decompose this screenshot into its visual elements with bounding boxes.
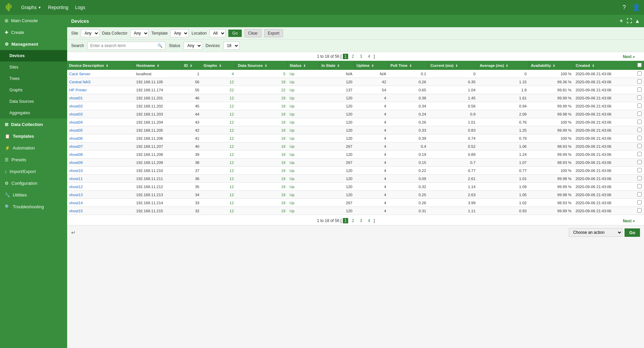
graph-count-link[interactable]: 4 [232, 72, 234, 76]
device-link[interactable]: vhost07 [69, 144, 83, 148]
graph-count-link[interactable]: 12 [230, 144, 234, 148]
row-checkbox[interactable] [637, 152, 642, 156]
sidebar-item-devices[interactable]: Devices [0, 50, 67, 61]
sidebar-item-import-export[interactable]: ↕ Import/Export [0, 166, 67, 177]
device-link[interactable]: vhost03 [69, 112, 83, 116]
device-link[interactable]: vhost09 [69, 161, 83, 165]
page-1-link[interactable]: 1 [343, 54, 349, 59]
add-device-icon[interactable]: ＋ [618, 17, 624, 25]
col-data-sources[interactable]: Data Sources ⇕ [236, 61, 287, 70]
nav-graphs[interactable]: Graphs ▼ [21, 5, 41, 10]
graph-count-link[interactable]: 12 [230, 169, 234, 173]
row-checkbox[interactable] [637, 79, 642, 84]
collapse-icon[interactable]: ▲ [635, 18, 640, 24]
graph-count-link[interactable]: 12 [230, 80, 234, 84]
col-id[interactable]: ID ⇕ [182, 61, 201, 70]
bottom-page-1-link[interactable]: 1 [343, 218, 349, 223]
search-input[interactable] [88, 42, 155, 49]
sidebar-item-configuration[interactable]: ⚙ Configuration [0, 177, 67, 189]
graph-count-link[interactable]: 12 [230, 104, 234, 108]
sidebar-item-sites[interactable]: Sites [0, 61, 67, 73]
graph-count-link[interactable]: 19 [281, 112, 285, 116]
col-current[interactable]: Current (ms) ⇕ [428, 61, 477, 70]
sidebar-item-troubleshooting[interactable]: 🔍 Troubleshooting [0, 201, 67, 213]
action-select[interactable]: Choose an action [569, 228, 623, 237]
device-link[interactable]: vhost10 [69, 169, 83, 173]
device-link[interactable]: vhost11 [69, 177, 83, 181]
page-2-link[interactable]: 2 [350, 54, 356, 59]
graph-count-link[interactable]: 12 [230, 209, 234, 213]
sidebar-section-management[interactable]: ⚙ Management [0, 38, 67, 50]
graph-count-link[interactable]: 19 [281, 80, 285, 84]
sidebar-item-automation[interactable]: ⚡ Automation [0, 142, 67, 154]
device-link[interactable]: vhost02 [69, 104, 83, 108]
fullscreen-icon[interactable]: ⛶ [627, 18, 632, 24]
sidebar-item-create[interactable]: ✚ Create [0, 27, 67, 38]
bottom-page-3-link[interactable]: 3 [358, 218, 364, 223]
row-checkbox[interactable] [637, 200, 642, 205]
user-icon[interactable]: 👤 [633, 4, 640, 11]
select-all-checkbox[interactable] [637, 63, 642, 67]
sidebar-item-data-sources[interactable]: Data Sources [0, 96, 67, 107]
bottom-page-4-link[interactable]: 4 [366, 218, 372, 223]
next-page-link[interactable]: Next » [621, 54, 637, 59]
row-checkbox[interactable] [637, 136, 642, 140]
row-checkbox[interactable] [637, 103, 642, 108]
col-status[interactable]: Status ⇕ [287, 61, 319, 70]
row-checkbox[interactable] [637, 168, 642, 172]
graph-count-link[interactable]: 12 [230, 136, 234, 140]
location-select[interactable]: All [210, 29, 226, 37]
page-3-link[interactable]: 3 [358, 54, 364, 59]
graph-count-link[interactable]: 12 [230, 161, 234, 165]
row-checkbox[interactable] [637, 192, 642, 197]
row-checkbox[interactable] [637, 71, 642, 76]
sidebar-item-trees[interactable]: Trees [0, 73, 67, 84]
graph-count-link[interactable]: 19 [281, 96, 285, 100]
graph-count-link[interactable]: 12 [230, 201, 234, 205]
graph-count-link[interactable]: 19 [281, 193, 285, 197]
bottom-next-page-link[interactable]: Next » [621, 218, 637, 224]
col-device-description[interactable]: Device Description ⇕ [67, 61, 134, 70]
export-button[interactable]: Export [264, 29, 283, 37]
device-link[interactable]: HP Printer [69, 88, 87, 92]
col-hostname[interactable]: Hostname ⇕ [134, 61, 182, 70]
page-4-link[interactable]: 4 [366, 54, 372, 59]
row-checkbox[interactable] [637, 120, 642, 124]
col-created[interactable]: Created ⇕ [573, 61, 635, 70]
row-checkbox[interactable] [637, 184, 642, 188]
col-uptime[interactable]: Uptime ⇕ [355, 61, 388, 70]
graph-count-link[interactable]: 5 [283, 72, 285, 76]
graph-count-link[interactable]: 19 [281, 153, 285, 157]
devices-per-page-select[interactable]: 18 30 50 [223, 42, 239, 50]
filter-go-button[interactable]: Go [228, 30, 242, 37]
graph-count-link[interactable]: 12 [230, 185, 234, 189]
graph-count-link[interactable]: 12 [230, 128, 234, 132]
graph-count-link[interactable]: 19 [281, 177, 285, 181]
graph-count-link[interactable]: 19 [281, 128, 285, 132]
row-checkbox[interactable] [637, 112, 642, 116]
device-link[interactable]: Cacti Server [69, 72, 90, 76]
device-link[interactable]: vhost15 [69, 209, 83, 213]
col-graphs[interactable]: Graphs ⇕ [201, 61, 236, 70]
sidebar-item-presets[interactable]: ☰ Presets [0, 154, 67, 166]
graph-count-link[interactable]: 19 [281, 161, 285, 165]
row-checkbox[interactable] [637, 176, 642, 180]
graph-count-link[interactable]: 12 [230, 153, 234, 157]
graph-count-link[interactable]: 22 [281, 88, 285, 92]
device-link[interactable]: vhost12 [69, 185, 83, 189]
graph-count-link[interactable]: 19 [281, 144, 285, 148]
device-link[interactable]: vhost05 [69, 128, 83, 132]
sidebar-item-aggregates[interactable]: Aggregates [0, 107, 67, 119]
graph-count-link[interactable]: 19 [281, 136, 285, 140]
graph-count-link[interactable]: 12 [230, 177, 234, 181]
sidebar-section-data-collection[interactable]: ⊞ Data Collection [0, 119, 67, 130]
sidebar-item-graphs[interactable]: Graphs [0, 84, 67, 96]
template-select[interactable]: Any [170, 29, 189, 37]
col-availability[interactable]: Availability ⇕ [528, 61, 573, 70]
row-checkbox[interactable] [637, 144, 642, 148]
device-link[interactable]: vhost14 [69, 201, 83, 205]
sidebar-item-utilities[interactable]: 🔧 Utilities [0, 189, 67, 201]
row-checkbox[interactable] [637, 208, 642, 213]
search-icon[interactable]: 🔍 [155, 42, 165, 49]
sidebar-item-main-console[interactable]: ⊞ Main Console [0, 15, 67, 27]
